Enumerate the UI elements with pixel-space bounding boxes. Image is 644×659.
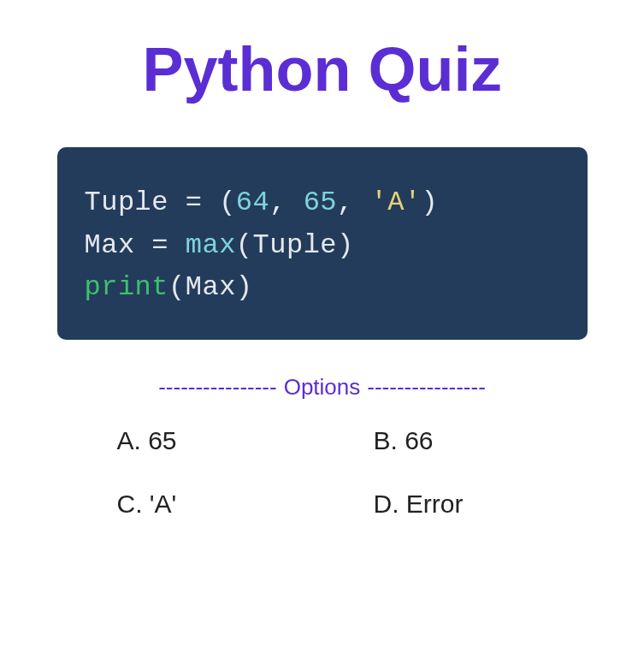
dashes-left: ---------------- [158,374,277,401]
code-token-number: 64 [236,187,269,218]
options-grid: A. 65 B. 66 C. 'A' D. Error [117,426,579,519]
options-label: Options [277,374,368,401]
code-token-paren: ) [236,271,253,303]
dashes-right: ---------------- [367,374,486,401]
code-line-2: Max = max(Tuple) [85,224,564,267]
code-token-builtin: max [186,229,236,261]
code-token-string: 'A' [370,187,421,218]
code-token-comma: , [337,187,370,218]
option-b[interactable]: B. 66 [374,426,579,455]
option-c[interactable]: C. 'A' [117,490,322,519]
options-header: ---------------- Options ---------------… [74,374,570,401]
code-token-var: Max [85,229,135,261]
code-token-var: Tuple [85,187,169,218]
code-token-op: = [168,187,219,218]
code-token-paren: ( [236,229,253,261]
code-token-func: print [85,271,169,303]
option-d[interactable]: D. Error [374,490,579,519]
code-token-paren: ( [219,187,236,218]
code-token-paren: ( [168,271,186,303]
option-a[interactable]: A. 65 [117,426,322,455]
code-token-paren: ) [337,229,354,261]
code-token-comma: , [269,187,303,218]
code-line-3: print(Max) [85,266,564,309]
page-title: Python Quiz [143,34,502,104]
code-token-arg: Max [186,271,236,303]
code-token-paren: ) [422,187,439,218]
code-token-arg: Tuple [253,229,338,261]
code-token-op: = [135,229,186,261]
code-token-number: 65 [304,187,337,218]
code-line-1: Tuple = (64, 65, 'A') [85,181,564,224]
code-block: Tuple = (64, 65, 'A') Max = max(Tuple) p… [57,147,588,340]
